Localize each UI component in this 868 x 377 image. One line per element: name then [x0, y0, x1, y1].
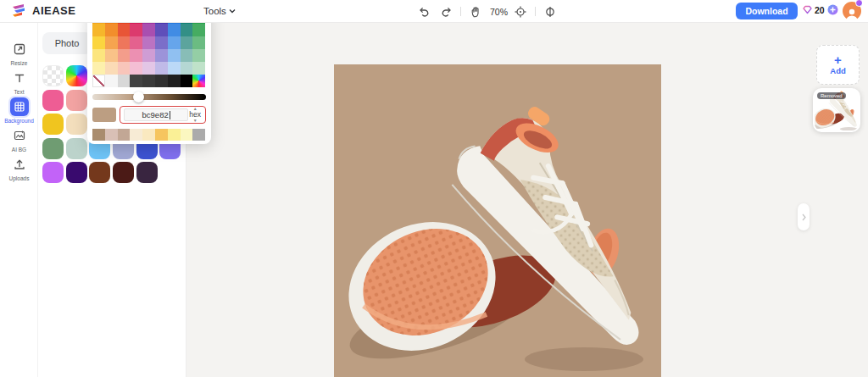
undo-button[interactable] [417, 5, 430, 18]
picker-grid-swatch[interactable] [192, 24, 205, 36]
picker-grid-swatch[interactable] [92, 24, 105, 36]
sidebar-item-uploads[interactable]: Uploads [0, 155, 38, 181]
picker-grid-swatch[interactable] [92, 49, 105, 62]
picker-grid-swatch[interactable] [130, 49, 142, 62]
logo-icon [10, 3, 27, 18]
sidebar-item-text[interactable]: Text [0, 69, 38, 95]
hex-unit-stepper[interactable]: ▲ hex ▼ [188, 107, 202, 123]
shade-slider-knob[interactable] [133, 91, 144, 103]
panel-swatch[interactable] [136, 162, 158, 183]
panel-swatch[interactable] [42, 162, 64, 183]
picker-suggested-swatch[interactable] [105, 129, 118, 141]
picker-suggested-swatch[interactable] [130, 129, 142, 141]
picker-grayscale-swatch[interactable] [118, 75, 131, 87]
panel-swatch[interactable] [89, 162, 110, 183]
picker-suggested-swatch[interactable] [118, 129, 131, 141]
panel-swatch[interactable] [42, 114, 64, 135]
picker-suggested-swatch[interactable] [142, 129, 155, 141]
picker-grid-swatch[interactable] [168, 49, 181, 62]
picker-grid-swatch[interactable] [105, 24, 118, 36]
panel-swatch[interactable] [42, 90, 64, 111]
picker-suggested-swatch[interactable] [181, 129, 193, 141]
picker-suggested-swatch[interactable] [168, 129, 181, 141]
picker-grid-swatch[interactable] [155, 36, 168, 49]
panel-swatch[interactable] [42, 138, 64, 159]
picker-grayscale-swatch[interactable] [192, 75, 205, 87]
picker-suggested-swatch[interactable] [155, 129, 168, 141]
picker-grid-swatch[interactable] [181, 62, 193, 75]
hex-input[interactable]: bc9e82 [124, 108, 188, 121]
zoom-level[interactable]: 70% [490, 7, 508, 17]
picker-grid-swatch[interactable] [142, 36, 155, 49]
picker-grid-swatch[interactable] [118, 49, 131, 62]
picker-suggested-swatch[interactable] [192, 129, 205, 141]
picker-grayscale-swatch[interactable] [92, 75, 105, 87]
layer-thumbnail[interactable]: Removed [813, 88, 860, 132]
picker-grayscale-swatch[interactable] [155, 75, 168, 87]
pan-tool-button[interactable] [470, 5, 482, 18]
panel-swatch[interactable] [66, 90, 87, 111]
picker-grid-swatch[interactable] [168, 36, 181, 49]
picker-grid-swatch[interactable] [105, 36, 118, 49]
picker-grayscale-row [92, 75, 206, 87]
picker-grid-swatch[interactable] [142, 24, 155, 36]
fit-view-button[interactable] [514, 5, 526, 18]
picker-grid-swatch[interactable] [92, 36, 105, 49]
picker-grid-swatch[interactable] [105, 49, 118, 62]
picker-grid-swatch[interactable] [192, 62, 205, 75]
avatar[interactable] [843, 2, 861, 20]
picker-grid-swatch[interactable] [155, 24, 168, 36]
shade-slider[interactable] [92, 94, 206, 100]
compare-button[interactable] [543, 5, 556, 18]
picker-grid-swatch[interactable] [181, 24, 193, 36]
picker-grayscale-swatch[interactable] [168, 75, 181, 87]
picker-grid-swatch[interactable] [130, 36, 142, 49]
picker-grayscale-swatch[interactable] [130, 75, 142, 87]
picker-grid-swatch[interactable] [155, 49, 168, 62]
panel-swatch[interactable] [66, 65, 87, 86]
panel-swatch[interactable] [113, 162, 134, 183]
picker-grid-swatch[interactable] [168, 24, 181, 36]
picker-grid-swatch[interactable] [168, 62, 181, 75]
picker-grid-swatch[interactable] [130, 24, 142, 36]
tools-menu[interactable]: Tools [203, 6, 236, 16]
sidebar-item-ai-bg[interactable]: AI BG [0, 126, 38, 152]
credits-pill[interactable]: 20 [803, 4, 838, 15]
stepper-down-icon[interactable]: ▼ [193, 119, 198, 123]
picker-grid-swatch[interactable] [118, 62, 131, 75]
picker-grid-swatch[interactable] [142, 49, 155, 62]
panel-swatch[interactable] [66, 114, 87, 135]
picker-grid-swatch[interactable] [105, 62, 118, 75]
panel-swatch[interactable] [66, 138, 87, 159]
credits-count: 20 [815, 5, 825, 15]
resize-icon [10, 40, 29, 58]
download-button[interactable]: Download [736, 3, 798, 19]
logo[interactable]: AIEASE [10, 3, 75, 18]
add-credits-icon[interactable] [827, 4, 838, 15]
picker-grayscale-swatch[interactable] [105, 75, 118, 87]
plus-icon: + [834, 54, 842, 65]
redo-button[interactable] [440, 5, 453, 18]
picker-grid-swatch[interactable] [155, 62, 168, 75]
panel-swatch[interactable] [42, 65, 64, 86]
picker-grid-swatch[interactable] [192, 36, 205, 49]
sidebar-item-background[interactable]: Background [0, 97, 38, 124]
picker-suggested-swatch[interactable] [92, 129, 105, 141]
canvas[interactable] [334, 64, 661, 377]
picker-grid-swatch[interactable] [92, 62, 105, 75]
picker-grid-swatch[interactable] [142, 62, 155, 75]
add-image-button[interactable]: + Add [816, 45, 860, 85]
picker-grid-swatch[interactable] [130, 62, 142, 75]
tab-photo[interactable]: Photo [42, 32, 92, 54]
background-icon [10, 97, 29, 116]
panel-collapse-handle[interactable] [798, 203, 810, 230]
picker-grid-swatch[interactable] [192, 49, 205, 62]
sidebar-item-resize[interactable]: Resize [0, 40, 38, 66]
picker-grid-swatch[interactable] [181, 36, 193, 49]
panel-swatch[interactable] [66, 162, 87, 183]
picker-grid-swatch[interactable] [118, 36, 131, 49]
picker-grayscale-swatch[interactable] [181, 75, 193, 87]
picker-grid-swatch[interactable] [118, 24, 131, 36]
picker-grayscale-swatch[interactable] [142, 75, 155, 87]
picker-grid-swatch[interactable] [181, 49, 193, 62]
